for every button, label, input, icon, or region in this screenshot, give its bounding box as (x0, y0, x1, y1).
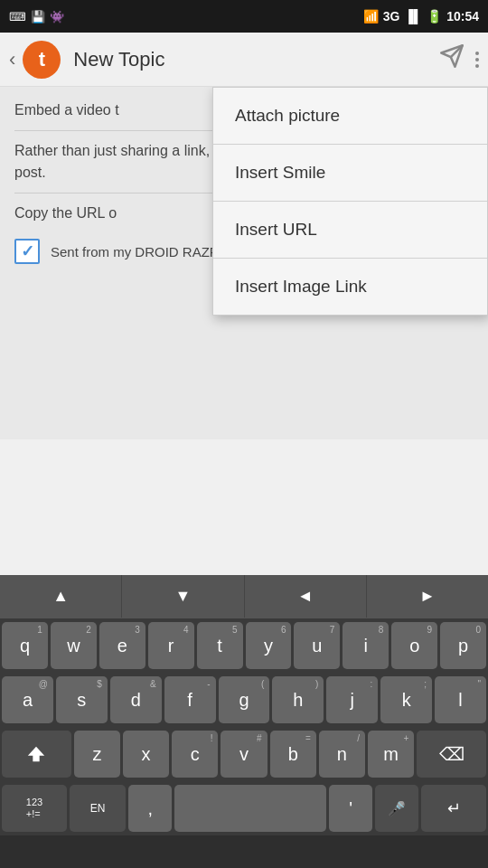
back-button[interactable]: ‹ (9, 48, 15, 71)
key-p[interactable]: 0p (440, 622, 486, 669)
dropdown-menu: Attach picture Insert Smile Insert URL I… (212, 87, 488, 316)
key-o[interactable]: 9o (391, 622, 437, 669)
key-q[interactable]: 1q (2, 622, 48, 669)
more-options-button[interactable] (475, 52, 479, 68)
attach-picture-item[interactable]: Attach picture (213, 88, 487, 145)
spacebar[interactable] (174, 785, 326, 832)
key-l[interactable]: "l (435, 676, 486, 723)
key-d[interactable]: &d (110, 676, 162, 723)
battery-icon: 🔋 (427, 9, 442, 24)
key-g[interactable]: (g (219, 676, 270, 723)
arrow-row: ▲ ▼ ◄ ► (0, 575, 488, 618)
key-lang[interactable]: EN (70, 785, 126, 832)
app-bar-left: ‹ t New Topic (9, 41, 164, 79)
arrow-down-key[interactable]: ▼ (122, 575, 244, 618)
backspace-key[interactable]: ⌫ (417, 731, 486, 778)
shift-key[interactable] (2, 731, 71, 778)
signal-icon: ▐▌ (404, 9, 422, 24)
content-area: Embed a video t Rather than just sharing… (0, 87, 488, 439)
key-comma[interactable]: , (128, 785, 172, 832)
insert-smile-item[interactable]: Insert Smile (213, 145, 487, 202)
key-a[interactable]: @a (2, 676, 53, 723)
key-r[interactable]: 4r (148, 622, 194, 669)
status-icons-right: 📶 3G ▐▌ 🔋 10:54 (363, 9, 479, 24)
keyboard: ▲ ▼ ◄ ► 1q 2w 3e 4r 5t 6y 7u 8i 9o 0p @a… (0, 575, 488, 868)
key-b[interactable]: =b (270, 731, 316, 778)
status-icons-left: ⌨ 💾 👾 (9, 10, 64, 24)
insert-url-item[interactable]: Insert URL (213, 202, 487, 259)
key-v[interactable]: #v (221, 731, 267, 778)
key-row-2: @a $s &d -f (g )h :j ;k "l (0, 673, 488, 727)
key-u[interactable]: 7u (294, 622, 340, 669)
wifi-icon: 📶 (363, 9, 379, 24)
app-logo: t (23, 41, 61, 79)
key-y[interactable]: 6y (246, 622, 292, 669)
nums-key[interactable]: 123+!= (2, 785, 67, 832)
alien-icon: 👾 (50, 10, 64, 24)
mic-key[interactable]: 🎤 (375, 785, 418, 832)
status-bar: ⌨ 💾 👾 📶 3G ▐▌ 🔋 10:54 (0, 0, 488, 33)
svg-marker-2 (28, 747, 44, 762)
key-t[interactable]: 5t (197, 622, 243, 669)
keyboard-bottom-bar (0, 835, 488, 868)
key-e[interactable]: 3e (99, 622, 145, 669)
arrow-right-key[interactable]: ► (367, 575, 488, 618)
send-button[interactable] (439, 43, 465, 75)
key-row-4: 123+!= EN , ' 🎤 ↵ (0, 781, 488, 835)
arrow-left-key[interactable]: ◄ (245, 575, 367, 618)
insert-image-link-item[interactable]: Insert Image Link (213, 259, 487, 315)
signature-checkbox[interactable]: ✓ (14, 239, 40, 264)
key-x[interactable]: x (123, 731, 169, 778)
key-i[interactable]: 8i (343, 622, 389, 669)
keyboard-icon: ⌨ (9, 10, 26, 24)
key-n[interactable]: /n (319, 731, 365, 778)
app-bar: ‹ t New Topic (0, 33, 488, 87)
page-title: New Topic (73, 48, 164, 71)
enter-key[interactable]: ↵ (421, 785, 486, 832)
checkmark-icon: ✓ (21, 241, 34, 261)
time-display: 10:54 (446, 9, 479, 24)
key-row-3: z x !c #v =b /n +m ⌫ (0, 727, 488, 781)
network-type: 3G (383, 9, 400, 24)
key-s[interactable]: $s (56, 676, 108, 723)
key-c[interactable]: !c (172, 731, 218, 778)
arrow-up-key[interactable]: ▲ (0, 575, 122, 618)
app-bar-actions (439, 43, 479, 75)
sd-card-icon: 💾 (31, 10, 45, 24)
key-z[interactable]: z (74, 731, 120, 778)
key-j[interactable]: :j (326, 676, 378, 723)
key-apostrophe[interactable]: ' (329, 785, 372, 832)
key-row-1: 1q 2w 3e 4r 5t 6y 7u 8i 9o 0p (0, 618, 488, 673)
key-m[interactable]: +m (368, 731, 414, 778)
key-h[interactable]: )h (272, 676, 324, 723)
key-k[interactable]: ;k (380, 676, 432, 723)
key-f[interactable]: -f (164, 676, 216, 723)
key-w[interactable]: 2w (51, 622, 97, 669)
